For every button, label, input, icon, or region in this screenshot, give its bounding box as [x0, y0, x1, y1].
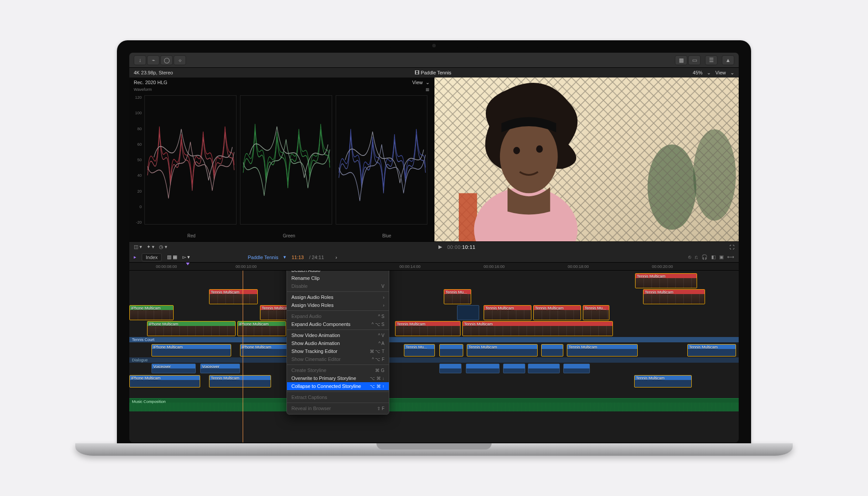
layout-browser-button[interactable]: ▦ [675, 55, 687, 65]
timeline-current-time: 11:13 [291, 255, 304, 260]
clip-tennis[interactable]: Tennis Mu... [444, 289, 471, 304]
ruler-tick: 00:00:14:00 [399, 264, 421, 269]
clip-iphone-audio[interactable]: iPhone Multicam [129, 375, 200, 388]
app-screen: ↓ ⌁ ◯ ⟐ ▦ ▭ ☰ ▲ 4K 23.98p, Stereo 🎞 P [129, 53, 739, 442]
svg-point-8 [500, 120, 558, 193]
clip-tennis[interactable]: Tennis Multicam [643, 289, 705, 304]
project-name[interactable]: Paddle Tennis [421, 70, 451, 75]
clip-tennis[interactable]: Tennis Mu... [583, 305, 609, 320]
menu-item[interactable]: Rename Clip [287, 274, 389, 282]
clip-tennis-audio[interactable]: Tennis Multicam [209, 375, 271, 388]
clip-iphone[interactable]: iPhone Multicam [129, 305, 174, 320]
clip-appearance-icon[interactable]: ▥ ▦ [167, 254, 177, 260]
film-icon: 🎞 [415, 70, 421, 75]
menu-item[interactable]: Assign Video Roles› [287, 301, 389, 309]
timeline-project[interactable]: Paddle Tennis [248, 255, 279, 260]
clip-iphone[interactable]: iPhone Multicam [237, 321, 286, 336]
clip-tennis-audio[interactable] [528, 364, 560, 373]
timeline[interactable]: Tennis Multicam Tennis Multicam Tennis M… [129, 271, 739, 442]
marker-icon[interactable] [186, 263, 190, 265]
play-icon[interactable]: ▶ [438, 244, 442, 250]
menu-item: Expand Audio^ S [287, 312, 389, 320]
menu-item[interactable]: Show Audio Animation^ A [287, 339, 389, 347]
menu-item[interactable]: Overwrite to Primary Storyline⌥ ⌘ ↓ [287, 374, 389, 382]
clip-iphone[interactable]: iPhone Multicam [147, 321, 236, 336]
svg-point-9 [513, 147, 520, 155]
ruler-tick: 00:00:20:00 [652, 264, 673, 269]
svg-point-10 [536, 145, 542, 153]
clip-tennis-audio[interactable] [466, 364, 500, 373]
scopes-view-menu[interactable]: View [412, 80, 423, 85]
chevron-down-icon: ⌄ [426, 80, 430, 85]
timeline-nav-right-icon[interactable]: › [336, 255, 337, 260]
waveform-label: Waveform [134, 87, 152, 92]
laptop-hinge [75, 443, 793, 456]
menu-item: Show Cinematic Editor^ ⌥ F [287, 355, 389, 363]
clip-tennis-audio[interactable] [541, 344, 563, 356]
clip-tennis-audio[interactable] [439, 344, 463, 356]
menu-item[interactable]: Expand Audio Components^ ⌥ S [287, 320, 389, 328]
view-menu[interactable]: View [715, 70, 726, 75]
clip-tennis-audio[interactable]: Tennis Multicam [567, 344, 638, 356]
clip-tennis[interactable]: Tennis Multicam [635, 273, 697, 288]
music-lane[interactable]: Music Composition [129, 398, 739, 411]
menu-item: Create Storyline⌘ G [287, 366, 389, 374]
menu-item[interactable]: Assign Audio Roles› [287, 293, 389, 301]
clip-tennis-audio[interactable] [439, 364, 461, 373]
layout-timeline-button[interactable]: ▭ [688, 55, 701, 65]
clip-tennis-audio[interactable]: Tennis Multicam [634, 375, 692, 388]
clip-tennis-audio[interactable]: Tennis Multicam [467, 344, 538, 356]
clip-tennis-audio[interactable] [503, 364, 525, 373]
zoom-level[interactable]: 45% [693, 70, 702, 75]
snapping-icon[interactable]: ◧ [711, 254, 716, 260]
scope-red [144, 95, 236, 225]
timeline-options-icon[interactable]: ⟷ [727, 254, 734, 260]
trim-tool-menu[interactable]: ◫ ▾ [134, 244, 142, 250]
menu-item[interactable]: Show Tracking Editor⌘ ⌥ T [287, 347, 389, 355]
share-button[interactable]: ▲ [722, 55, 734, 65]
solo-icon[interactable]: 🎧 [701, 254, 708, 260]
clip-plain[interactable] [457, 305, 479, 320]
inspector-toggle-button[interactable]: ☰ [705, 55, 717, 65]
select-tool-icon[interactable]: ▻ ▾ [182, 254, 190, 260]
enhance-button[interactable]: ⟐ [174, 55, 186, 65]
menu-item[interactable]: Detach Audio [287, 271, 389, 274]
menu-item[interactable]: Collapse to Connected Storyline⌥ ⌘ ↑ [287, 382, 389, 390]
magic-wand-menu[interactable]: ✦ ▾ [147, 244, 155, 250]
viewer-panel[interactable] [434, 78, 739, 241]
timeline-index-toggle[interactable]: ▸ [134, 254, 136, 260]
fullscreen-icon[interactable]: ⛶ [729, 244, 734, 250]
clip-tennis[interactable]: Tennis Multicam [395, 321, 461, 336]
clip-tennis-audio[interactable]: Tennis Multicam [687, 344, 736, 356]
clip-iphone-audio[interactable]: iPhone Multicam [151, 344, 231, 356]
scope-blue [336, 95, 428, 225]
clip-connections-icon[interactable]: ▣ [719, 254, 724, 260]
format-label: 4K 23.98p, Stereo [134, 70, 173, 75]
menu-item[interactable]: Show Video Animation^ V [287, 331, 389, 339]
timeline-duration: 24:11 [312, 255, 324, 260]
timeline-ruler[interactable]: 00:00:08:00 00:00:10:00 00:00:14:00 00:0… [129, 263, 739, 271]
scope-label-green: Green [242, 233, 337, 241]
clip-tennis[interactable]: Tennis Multicam [484, 305, 531, 320]
import-button[interactable]: ↓ [134, 55, 146, 65]
audio-skimming-icon[interactable]: ⎌ [695, 254, 698, 260]
bg-tasks-button[interactable]: ◯ [160, 55, 173, 65]
timecode-display[interactable]: 00:00:10:11 [447, 244, 476, 250]
scopes-panel: Rec. 2020 HLG View ⌄ Waveform ▦ 12010080… [129, 78, 434, 241]
clip-tennis[interactable]: Tennis Multicam [209, 289, 258, 304]
skimming-icon[interactable]: ⎋ [688, 254, 691, 260]
clip-tennis-audio[interactable]: Tennis Mu... [404, 344, 435, 356]
role-strip-tennis-court[interactable]: Tennis Court [129, 337, 739, 342]
playhead[interactable] [243, 271, 243, 442]
scopes-settings-icon[interactable]: ▦ [426, 87, 430, 92]
clip-voiceover[interactable]: Voiceover [200, 364, 240, 373]
clip-tennis-audio[interactable] [563, 364, 590, 373]
clip-tennis[interactable]: Tennis Multicam [462, 321, 613, 336]
clip-voiceover[interactable]: Voiceover [151, 364, 196, 373]
ruler-tick: 00:00:10:00 [236, 264, 257, 269]
role-strip-dialogue[interactable]: Dialogue [129, 357, 739, 363]
retime-menu[interactable]: ◷ ▾ [159, 244, 167, 250]
keyword-button[interactable]: ⌁ [147, 55, 159, 65]
clip-tennis[interactable]: Tennis Multicam [533, 305, 581, 320]
index-button[interactable]: Index [142, 253, 162, 261]
